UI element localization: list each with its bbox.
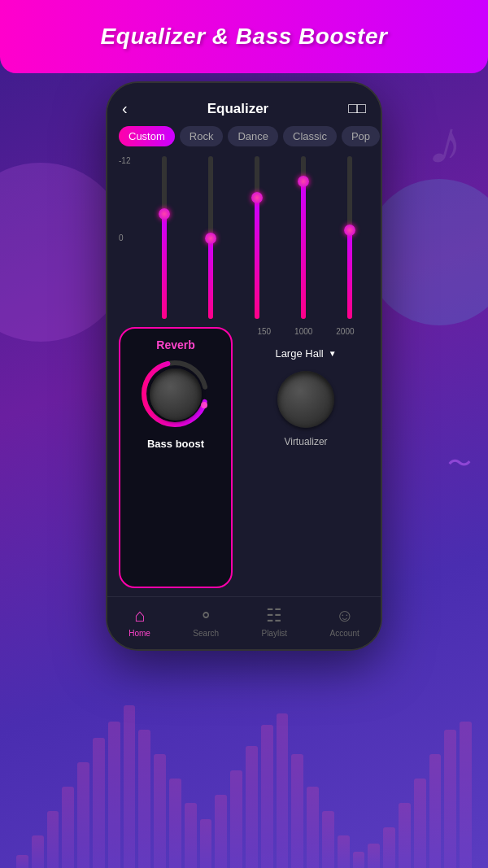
home-icon: ⌂ — [134, 605, 145, 626]
right-controls: 150 1000 2000 Large Hall ▼ Virtualizer — [242, 327, 369, 588]
playlist-icon: ☷ — [266, 605, 282, 626]
preset-tab-pop[interactable]: Pop — [342, 126, 380, 146]
eq-header: ‹ Equalizer □□ — [107, 83, 381, 126]
virtualizer-label: Virtualizer — [242, 436, 369, 447]
bg-bars — [0, 705, 488, 868]
back-button[interactable]: ‹ — [122, 99, 128, 118]
slider-thumb-2 — [251, 192, 263, 203]
reverb-label: Reverb — [156, 338, 194, 351]
preset-tab-classic[interactable]: Classic — [283, 126, 337, 146]
reverb-knob-container[interactable] — [139, 358, 212, 431]
bottom-nav: ⌂ Home ⚬ Search ☷ Playlist ☺ Account — [107, 596, 381, 649]
freq-1000: 1000 — [294, 327, 312, 336]
db-label-bottom — [119, 310, 138, 319]
slider-track-1 — [208, 156, 213, 319]
bg-circle-right — [366, 179, 488, 325]
slider-track-4 — [347, 156, 352, 319]
bass-boost-label: Bass boost — [147, 438, 204, 450]
reverb-card: Reverb — [119, 327, 233, 588]
slider-track-3 — [301, 156, 306, 319]
header-banner: Equalizer & Bass Booster — [0, 0, 488, 73]
slider-2[interactable] — [237, 156, 276, 319]
nav-playlist-label: Playlist — [261, 629, 287, 638]
bookmark-icon: □□ — [348, 100, 366, 117]
preset-tab-dance[interactable]: Dance — [228, 126, 278, 146]
deco-wave: 〜 — [447, 447, 472, 481]
sliders-container — [145, 156, 369, 319]
slider-3[interactable] — [285, 156, 323, 319]
slider-track-2 — [255, 156, 259, 319]
eq-title: Equalizer — [207, 101, 269, 117]
slider-0[interactable] — [145, 156, 183, 319]
phone-screen: ‹ Equalizer □□ Custom Rock Dance Classic… — [107, 83, 381, 649]
slider-track-0 — [162, 156, 167, 319]
chevron-down-icon: ▼ — [329, 349, 337, 358]
svg-point-2 — [201, 402, 207, 408]
slider-fill-0 — [162, 213, 167, 319]
nav-playlist[interactable]: ☷ Playlist — [261, 605, 287, 638]
reverb-dropdown[interactable]: Large Hall ▼ — [242, 344, 369, 363]
eq-sliders: -12 0 — [107, 156, 381, 319]
slider-4[interactable] — [331, 156, 369, 319]
account-icon: ☺ — [335, 605, 353, 626]
freq-labels: 150 1000 2000 — [242, 327, 369, 336]
nav-search[interactable]: ⚬ Search — [193, 605, 219, 638]
nav-search-label: Search — [193, 629, 219, 638]
nav-account-label: Account — [330, 629, 359, 638]
slider-1[interactable] — [191, 156, 229, 319]
freq-2000: 2000 — [336, 327, 354, 336]
bottom-section: Reverb — [107, 319, 381, 596]
nav-home-label: Home — [129, 629, 150, 638]
nav-account[interactable]: ☺ Account — [330, 605, 359, 638]
deco-music-note: ♪ — [422, 103, 473, 183]
search-icon: ⚬ — [198, 605, 213, 626]
slider-thumb-1 — [205, 233, 216, 244]
db-label-top: -12 — [119, 156, 138, 165]
eq-db-labels: -12 0 — [119, 156, 142, 319]
dropdown-value: Large Hall — [275, 347, 323, 360]
preset-tab-custom[interactable]: Custom — [119, 126, 175, 146]
reverb-knob-center — [150, 369, 202, 421]
phone-mockup: ‹ Equalizer □□ Custom Rock Dance Classic… — [106, 81, 382, 651]
slider-thumb-4 — [344, 225, 355, 236]
db-label-mid: 0 — [119, 233, 138, 242]
nav-home[interactable]: ⌂ Home — [129, 605, 150, 638]
slider-fill-4 — [347, 229, 352, 319]
freq-150: 150 — [257, 327, 271, 336]
slider-fill-2 — [255, 197, 259, 319]
preset-tab-rock[interactable]: Rock — [180, 126, 224, 146]
slider-fill-3 — [301, 181, 306, 319]
virtualizer-knob[interactable] — [277, 371, 334, 428]
preset-tabs: Custom Rock Dance Classic Pop — [107, 126, 381, 156]
slider-thumb-3 — [298, 176, 309, 187]
slider-thumb-0 — [159, 208, 170, 220]
app-title: Equalizer & Bass Booster — [101, 24, 388, 50]
slider-fill-1 — [208, 238, 213, 319]
